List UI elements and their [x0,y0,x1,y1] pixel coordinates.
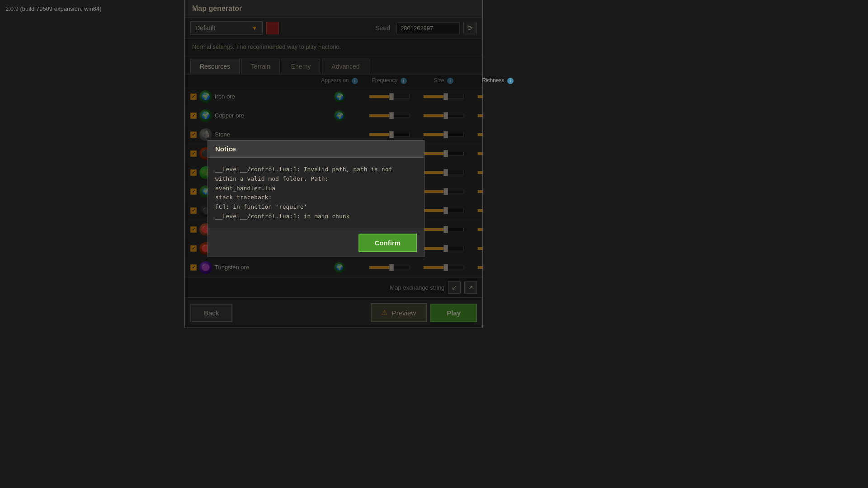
modal-title: Notice [208,141,424,158]
richness-info-icon[interactable]: i [507,78,514,84]
modal-body: __level__/control.lua:1: Invalid path, p… [208,158,424,229]
version-label: 2.0.9 (build 79509 expansion, win64) [5,5,101,12]
confirm-button[interactable]: Confirm [359,234,417,252]
modal-line-1: __level__/control.lua:1: Invalid path, p… [215,165,417,184]
notice-dialog: Notice __level__/control.lua:1: Invalid … [208,140,425,257]
map-generator-window: Map generator Default ▼ Seed ⟳ Normal se… [184,0,483,328]
modal-line-3: stack traceback: [215,193,417,202]
modal-overlay: Notice __level__/control.lua:1: Invalid … [185,0,482,328]
modal-footer: Confirm [208,229,424,257]
modal-line-2: event_handler.lua [215,184,417,193]
modal-line-4: [C]: in function 'require' [215,202,417,212]
modal-line-5: __level__/control.lua:1: in main chunk [215,212,417,221]
